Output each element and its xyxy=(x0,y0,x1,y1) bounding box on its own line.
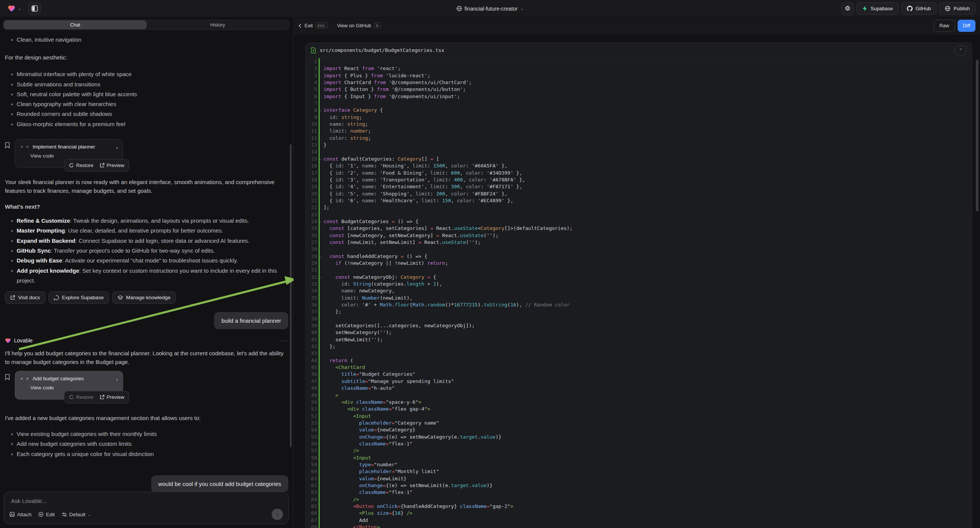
file-path-bar[interactable]: src/components/budget/BudgetCategories.t… xyxy=(306,43,972,58)
code-line: 67 Add xyxy=(306,517,972,524)
restore-button[interactable]: Restore xyxy=(69,162,94,168)
code-line: 21 { id: '6', name: 'Healthcare', limit:… xyxy=(306,197,972,204)
added-paragraph: I've added a new budget categories manag… xyxy=(5,413,288,422)
code-line: 52 <Input xyxy=(306,413,972,420)
code-line: 18 { id: '3', name: 'Transportation', li… xyxy=(306,177,972,183)
lovable-logo-heart-icon[interactable] xyxy=(8,5,16,12)
code-line: 57 /> xyxy=(306,447,972,454)
list-item: Add new budget categories with custom li… xyxy=(5,439,288,449)
edit-mode-button[interactable]: Edit xyxy=(38,512,54,517)
restore-button[interactable]: Restore xyxy=(69,394,94,400)
lovable-app-window: ⌄ financial-future-creator ⌄ ⚙ Supabase xyxy=(0,0,980,528)
attach-image-icon xyxy=(10,512,15,517)
code-line: 40 setNewCategory(''); xyxy=(306,329,972,336)
graduation-cap-icon xyxy=(118,295,123,301)
send-button[interactable]: ↑ xyxy=(272,509,283,520)
code-line: 16 { id: '1', name: 'Housing', limit: 15… xyxy=(306,162,972,169)
chevron-left-icon xyxy=(299,24,302,28)
code-line: 31 xyxy=(306,267,972,274)
workspace-chevron-down-icon[interactable]: ⌄ xyxy=(18,6,21,11)
code-line: 44 return ( xyxy=(306,357,972,364)
code-line: 29⌄ const handleAddCategory = () => { xyxy=(306,253,972,260)
fold-chevron-icon[interactable]: ⌄ xyxy=(319,156,321,162)
code-line: 64 /> xyxy=(306,496,972,503)
ask-lovable-input[interactable] xyxy=(10,497,201,504)
code-line: 12 color: string; xyxy=(306,135,972,142)
model-selector[interactable]: Default ⌄ xyxy=(62,512,91,517)
view-on-github-button[interactable]: View on GitHub G xyxy=(337,23,381,29)
g-key-badge: G xyxy=(374,23,381,29)
external-link-icon xyxy=(10,295,15,300)
code-line: 35 limit: Number(newLimit), xyxy=(306,295,972,302)
code-line: 38 xyxy=(306,315,972,322)
code-scrollbar-thumb[interactable] xyxy=(976,60,978,212)
supabase-button[interactable]: Supabase xyxy=(856,2,899,15)
preview-button[interactable]: Preview xyxy=(100,162,124,168)
code-line: 13} xyxy=(306,142,972,148)
sidebar-toggle-button[interactable] xyxy=(28,2,41,15)
fold-chevron-icon[interactable]: ⌄ xyxy=(319,107,321,114)
code-line: 56 className="flex-1" xyxy=(306,441,972,447)
new-file-icon xyxy=(311,47,316,53)
chat-message-list: Clean, intuitive navigation For the desi… xyxy=(0,33,293,491)
fold-chevron-icon[interactable]: ⌄ xyxy=(319,274,321,281)
code-line: 5import { Button } from '@/components/ui… xyxy=(306,86,972,93)
chevron-up-icon: ⌃ xyxy=(959,48,962,52)
code-line: 61 value={newLimit} xyxy=(306,476,972,482)
settings-button[interactable]: ⚙ xyxy=(841,2,854,15)
esc-key-badge: ESC xyxy=(315,23,327,29)
tab-chat[interactable]: Chat xyxy=(4,21,146,29)
list-item: Debug with Ease: Activate our experiment… xyxy=(5,256,287,266)
assistant-name: Lovable xyxy=(14,337,33,344)
bookmark-icon[interactable] xyxy=(5,142,10,148)
visit-docs-button[interactable]: Visit docs xyxy=(5,291,45,304)
chat-panel: Chat History Clean, intuitive navigation… xyxy=(0,17,294,528)
code-view-panel: Exit ESC View on GitHub G Raw Diff src/c… xyxy=(294,17,980,528)
code-line: 26 const [newCategory, setNewCategory] =… xyxy=(306,232,972,239)
code-line: 55 onChange={(e) => setNewCategory(e.tar… xyxy=(306,434,972,441)
collapse-file-button[interactable]: ⌃ xyxy=(955,45,966,55)
list-item: Each category gets a unique color for vi… xyxy=(5,449,288,459)
added-bullet-list: View existing budget categories with the… xyxy=(5,429,288,459)
target-icon xyxy=(38,512,44,517)
view-code-link[interactable]: View code xyxy=(30,385,118,391)
code-line: 24⌄const BudgetCategories = () => { xyxy=(306,218,972,225)
exit-button[interactable]: Exit ESC xyxy=(299,23,327,29)
restore-preview-pill: Restore Preview xyxy=(64,391,129,403)
code-line: 25 const [categories, setCategories] = R… xyxy=(306,225,972,232)
explore-supabase-button[interactable]: Explore Supabase xyxy=(48,291,109,304)
whats-next-heading: What's next? xyxy=(5,202,288,211)
supabase-bolt-icon xyxy=(862,6,867,11)
manage-knowledge-button[interactable]: Manage knowledge xyxy=(112,291,176,304)
code-line: 22]; xyxy=(306,204,972,211)
publish-button[interactable]: Publish xyxy=(939,2,975,15)
code-brackets-icon: < > xyxy=(21,144,29,149)
attach-button[interactable]: Attach xyxy=(10,512,32,517)
fold-chevron-icon[interactable]: ⌄ xyxy=(319,253,321,260)
code-line: 28 xyxy=(306,246,972,253)
gear-icon: ⚙ xyxy=(845,5,850,13)
bookmark-icon[interactable] xyxy=(5,374,10,380)
chat-bubble-icon xyxy=(54,295,59,301)
diff-toggle-button[interactable]: Diff xyxy=(958,20,975,32)
raw-toggle-button[interactable]: Raw xyxy=(934,20,955,32)
github-button[interactable]: GitHub xyxy=(901,2,936,15)
publish-globe-icon xyxy=(945,6,950,11)
code-line: 15⌄const defaultCategories: Category[] =… xyxy=(306,156,972,162)
preview-button[interactable]: Preview xyxy=(100,394,124,400)
project-chevron-down-icon: ⌄ xyxy=(520,6,523,11)
lovable-heart-icon xyxy=(5,338,11,344)
chat-scrollbar-thumb[interactable] xyxy=(290,144,292,447)
list-item: Refine & Customize: Tweak the design, an… xyxy=(5,216,287,226)
fold-chevron-icon[interactable]: ⌄ xyxy=(319,218,321,225)
message-menu-button[interactable]: ··· xyxy=(281,337,288,344)
tab-history[interactable]: History xyxy=(146,21,289,29)
view-code-link[interactable]: View code xyxy=(30,153,118,159)
assistant-intro-paragraph: I'll help you add budget categories to t… xyxy=(5,349,287,366)
project-switcher[interactable]: financial-future-creator ⌄ xyxy=(456,6,523,12)
code-line: 8⌄interface Category { xyxy=(306,107,972,114)
code-line: 62 onChange={(e) => setNewLimit(e.target… xyxy=(306,482,972,489)
code-line: 34 name: newCategory, xyxy=(306,288,972,294)
restore-preview-pill: Restore Preview xyxy=(64,159,129,172)
list-item: GitHub Sync: Transfer your project's cod… xyxy=(5,246,287,256)
